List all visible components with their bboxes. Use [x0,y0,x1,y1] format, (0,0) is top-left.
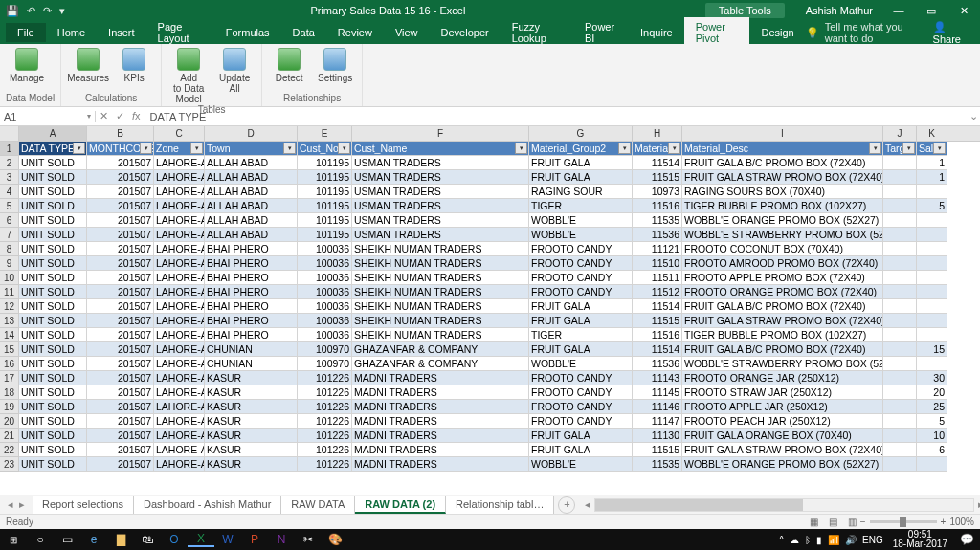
sheet-tab[interactable]: RAW DATA (2) [355,496,446,514]
cell[interactable]: MADNI TRADERS [352,400,529,414]
ribbon-tab-home[interactable]: Home [46,23,97,42]
excel-icon[interactable]: X [188,532,214,547]
cell[interactable] [917,228,947,242]
cell[interactable]: 101195 [298,199,352,213]
ribbon-settings[interactable]: Settings [314,46,356,83]
sheet-tab[interactable]: Report selections [33,496,134,514]
cell[interactable]: USMAN TRADERS [352,170,529,185]
cell[interactable] [883,228,917,242]
cell[interactable]: RAGING SOURS BOX (70X40) [682,185,883,199]
cell[interactable]: UNIT SOLD [19,385,87,400]
cell[interactable]: LAHORE-A [154,328,205,342]
page-break-view-icon[interactable]: ▥ [844,517,860,527]
cell[interactable]: 11512 [633,285,682,299]
cell[interactable]: 101226 [298,371,352,385]
row-header[interactable]: 17 [0,371,19,385]
row-header[interactable]: 16 [0,357,19,371]
cell[interactable]: RAGING SOUR [529,185,633,199]
cell[interactable]: LAHORE-A [154,385,205,400]
cell[interactable] [883,385,917,400]
ribbon-tab-developer[interactable]: Developer [430,23,501,42]
cell[interactable]: KASUR [205,414,298,429]
cell[interactable]: WOBBL'E ORANGE PROMO BOX (52X27) [682,213,883,228]
outlook-icon[interactable]: O [161,533,188,546]
cell[interactable]: LAHORE-A [154,299,205,314]
row-header[interactable]: 18 [0,385,19,400]
cell[interactable]: UNIT SOLD [19,357,87,371]
cell[interactable]: FRUIT GALA [529,429,633,443]
cell[interactable]: FROOTO AMROOD PROMO BOX (72X40) [682,256,883,271]
onenote-icon[interactable]: N [268,533,295,546]
enter-icon[interactable]: ✓ [116,110,124,122]
cell[interactable]: LAHORE-A [154,185,205,199]
formula-input[interactable]: DATA TYPE [145,111,967,122]
cell[interactable]: USMAN TRADERS [352,199,529,213]
powerpoint-icon[interactable]: P [241,533,268,546]
cell[interactable]: WOBBL'E ORANGE PROMO BOX (52X27) [682,457,883,472]
cell[interactable]: UNIT SOLD [19,185,87,199]
filter-dropdown-button[interactable]: ▾ [338,143,350,154]
cell[interactable]: FRUIT GALA ORANGE BOX (70X40) [682,429,883,443]
cell[interactable]: 201507 [87,299,154,314]
cell[interactable]: UNIT SOLD [19,285,87,299]
column-header[interactable]: J [883,126,917,141]
cell[interactable]: 11515 [633,314,682,328]
cell[interactable]: FROOTO APPLE PROMO BOX (72X40) [682,271,883,285]
cell[interactable]: 201507 [87,156,154,170]
zoom-in-button[interactable]: + [941,517,947,527]
cell[interactable]: 201507 [87,328,154,342]
table-header-cell[interactable]: Zone▾ [154,142,205,156]
cell[interactable]: 100036 [298,256,352,271]
cell[interactable]: FROOTO CANDY [529,400,633,414]
cell[interactable] [883,414,917,429]
ribbon-measures[interactable]: Measures [67,46,109,83]
cell[interactable]: SHEIKH NUMAN TRADERS [352,299,529,314]
row-header[interactable]: 21 [0,429,19,443]
cell[interactable]: UNIT SOLD [19,271,87,285]
cell[interactable]: UNIT SOLD [19,299,87,314]
cell[interactable]: 101226 [298,443,352,457]
cell[interactable]: KASUR [205,429,298,443]
table-header-cell[interactable]: Material▾ [633,142,682,156]
cell[interactable]: 11514 [633,342,682,357]
ribbon-tab-inquire[interactable]: Inquire [629,23,684,42]
cell[interactable]: 11536 [633,228,682,242]
start-button[interactable]: ⊞ [0,535,27,545]
cell[interactable] [883,400,917,414]
cell[interactable]: 11147 [633,414,682,429]
ribbon-tab-power-bi[interactable]: Power BI [573,17,629,48]
cell[interactable]: WOBBL'E [529,457,633,472]
cell[interactable]: FROOTO PEACH JAR (250X12) [682,414,883,429]
cell[interactable] [917,357,947,371]
table-header-cell[interactable]: Sales▾ [917,142,947,156]
system-tray[interactable]: ^ ☁ ᛒ ▮ 📶 🔊 ENG [775,535,886,545]
cell[interactable]: 201507 [87,385,154,400]
cell[interactable]: 5 [917,199,947,213]
filter-dropdown-button[interactable]: ▾ [515,143,527,154]
redo-icon[interactable]: ↷ [43,5,52,17]
ribbon-tab-review[interactable]: Review [326,23,384,42]
row-header[interactable]: 19 [0,400,19,414]
cell[interactable]: 201507 [87,271,154,285]
cell[interactable]: 11130 [633,429,682,443]
cell[interactable]: USMAN TRADERS [352,228,529,242]
ribbon-tab-data[interactable]: Data [281,23,326,42]
cell[interactable]: FRUIT GALA [529,314,633,328]
column-header[interactable]: C [154,126,205,141]
restore-button[interactable]: ▭ [915,0,947,21]
cell[interactable]: FROOTO ORANGE PROMO BOX (72X40) [682,285,883,299]
row-header[interactable]: 15 [0,342,19,357]
table-header-cell[interactable]: Material_Group2▾ [529,142,633,156]
sheet-nav-next[interactable]: ▸ [19,498,25,511]
cell[interactable]: FRUIT GALA STRAW PROMO BOX (72X40) [682,314,883,328]
ribbon-tab-view[interactable]: View [384,23,430,42]
cell[interactable]: LAHORE-A [154,342,205,357]
cell[interactable]: 15 [917,342,947,357]
cell[interactable]: 100036 [298,299,352,314]
cell[interactable]: 101226 [298,414,352,429]
cell[interactable]: USMAN TRADERS [352,185,529,199]
cell[interactable]: 11516 [633,199,682,213]
select-all-triangle[interactable] [0,126,19,141]
cell[interactable]: KASUR [205,457,298,472]
cell[interactable]: 201507 [87,170,154,185]
